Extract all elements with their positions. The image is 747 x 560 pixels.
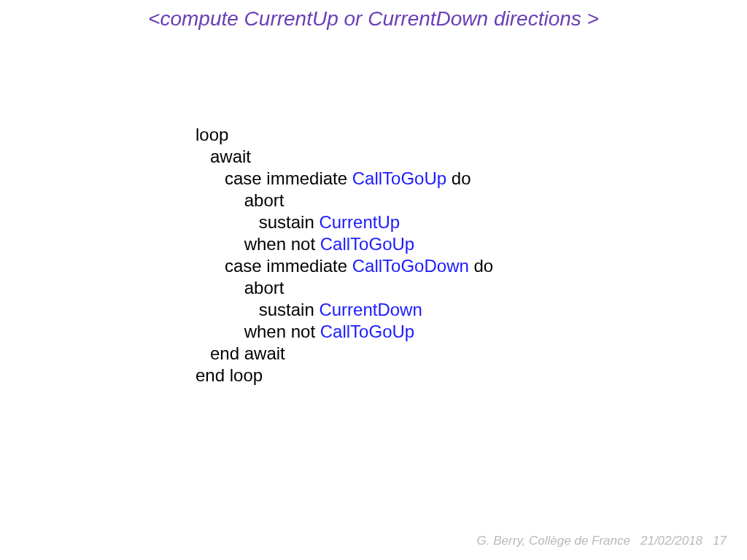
code-line: abort <box>196 278 284 298</box>
code-line-part: do <box>446 168 471 188</box>
code-line: end loop <box>196 365 263 385</box>
code-line-part: case immediate <box>196 168 352 188</box>
signal-name: CallToGoUp <box>320 234 414 254</box>
code-line-part: when not <box>196 322 320 341</box>
signal-name: CallToGoUp <box>352 168 446 188</box>
code-block: loop await case immediate CallToGoUp do … <box>196 124 493 386</box>
signal-name: CallToGoUp <box>320 322 414 341</box>
footer-author: G. Berry, Collège de France <box>477 534 630 548</box>
signal-name: CurrentDown <box>319 300 422 319</box>
code-line-part: sustain <box>196 212 319 232</box>
footer-date: 21/02/2018 <box>640 534 703 548</box>
slide-footer: G. Berry, Collège de France21/02/201817 <box>477 534 727 548</box>
code-line-part: case immediate <box>196 256 352 276</box>
footer-page: 17 <box>713 534 727 548</box>
code-line-part: when not <box>196 234 320 254</box>
code-line-part: sustain <box>196 300 319 319</box>
signal-name: CallToGoDown <box>352 256 469 276</box>
code-line: loop <box>196 125 228 144</box>
code-line: end await <box>196 343 285 363</box>
code-line: await <box>196 147 251 166</box>
code-line: abort <box>196 190 284 210</box>
slide-title: <compute CurrentUp or CurrentDown direct… <box>0 7 747 31</box>
code-line-part: do <box>469 256 493 276</box>
signal-name: CurrentUp <box>319 212 400 232</box>
